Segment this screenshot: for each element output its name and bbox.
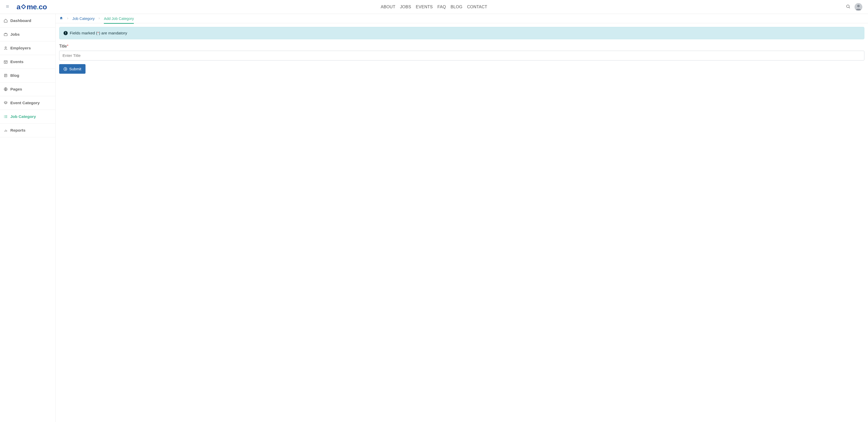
- top-nav: ABOUT JOBS EVENTS FAQ BLOG CONTACT: [381, 5, 487, 9]
- logo-tld: co: [39, 3, 47, 11]
- sidebar-item-pages[interactable]: Pages: [0, 83, 55, 96]
- svg-rect-3: [22, 5, 26, 9]
- home-icon: [4, 19, 8, 23]
- main-content: Job Category Add Job Category ! Fields m…: [56, 14, 868, 422]
- search-icon[interactable]: [846, 4, 850, 10]
- logo-text-suffix: me: [27, 3, 37, 11]
- sidebar-item-dashboard[interactable]: Dashboard: [0, 14, 55, 28]
- svg-point-7: [857, 5, 860, 7]
- diamond-icon: [21, 4, 26, 9]
- breadcrumb: Job Category Add Job Category: [56, 14, 868, 23]
- sidebar: Dashboard Jobs Employers Events Blog: [0, 14, 56, 422]
- top-nav-blog[interactable]: BLOG: [451, 5, 462, 9]
- layers-icon: [4, 101, 8, 105]
- globe-icon: [4, 87, 8, 91]
- svg-line-5: [849, 7, 850, 8]
- hamburger-menu-icon[interactable]: [6, 4, 9, 9]
- sidebar-item-label: Reports: [10, 128, 26, 133]
- sidebar-item-reports[interactable]: Reports: [0, 123, 55, 137]
- chevron-right-icon: [66, 17, 69, 21]
- sidebar-item-label: Event Category: [10, 101, 40, 105]
- svg-marker-18: [4, 101, 7, 103]
- bar-chart-icon: [4, 128, 8, 132]
- list-icon: [4, 115, 8, 119]
- sidebar-item-blog[interactable]: Blog: [0, 69, 55, 83]
- sidebar-item-event-category[interactable]: Event Category: [0, 96, 55, 110]
- sidebar-item-label: Events: [10, 59, 24, 64]
- user-icon: [4, 46, 8, 50]
- title-input[interactable]: [59, 51, 864, 60]
- info-icon: !: [64, 31, 68, 35]
- logo-dot: .: [37, 3, 39, 11]
- calendar-check-icon: [4, 60, 8, 64]
- sidebar-item-label: Employers: [10, 46, 31, 50]
- breadcrumb-current: Add Job Category: [104, 17, 134, 24]
- sidebar-item-events[interactable]: Events: [0, 55, 55, 69]
- svg-point-9: [5, 47, 6, 48]
- sidebar-item-label: Job Category: [10, 114, 36, 119]
- top-right-actions: [846, 3, 862, 11]
- svg-point-24: [4, 118, 4, 118]
- top-nav-jobs[interactable]: JOBS: [400, 5, 411, 9]
- svg-point-4: [846, 5, 849, 8]
- content-body: ! Fields marked (*) are mandatory Title*…: [56, 23, 868, 77]
- briefcase-icon: [4, 32, 8, 36]
- submit-label: Submit: [69, 67, 82, 71]
- top-nav-faq[interactable]: FAQ: [437, 5, 446, 9]
- sidebar-item-job-category[interactable]: Job Category: [0, 110, 55, 123]
- top-nav-contact[interactable]: CONTACT: [467, 5, 487, 9]
- breadcrumb-home-icon[interactable]: [59, 16, 63, 21]
- sidebar-item-label: Jobs: [10, 32, 20, 37]
- book-icon: [4, 74, 8, 78]
- top-header: a me . co ABOUT JOBS EVENTS FAQ BLOG CON…: [0, 0, 868, 14]
- user-avatar[interactable]: [855, 3, 862, 11]
- sidebar-item-jobs[interactable]: Jobs: [0, 28, 55, 41]
- logo-text-prefix: a: [17, 3, 21, 11]
- breadcrumb-link-job-category[interactable]: Job Category: [72, 17, 95, 21]
- top-nav-events[interactable]: EVENTS: [416, 5, 433, 9]
- chevron-right-icon: [98, 17, 101, 21]
- arrow-right-circle-icon: [63, 67, 67, 71]
- sidebar-item-employers[interactable]: Employers: [0, 41, 55, 55]
- svg-rect-8: [4, 34, 7, 36]
- brand-logo[interactable]: a me . co: [17, 3, 47, 11]
- top-nav-about[interactable]: ABOUT: [381, 5, 396, 9]
- sidebar-item-label: Pages: [10, 87, 22, 91]
- sidebar-item-label: Dashboard: [10, 18, 31, 23]
- svg-rect-10: [4, 60, 7, 63]
- alert-text: Fields marked (*) are mandatory: [70, 31, 127, 35]
- submit-button[interactable]: Submit: [59, 64, 86, 74]
- sidebar-item-label: Blog: [10, 73, 19, 78]
- mandatory-alert: ! Fields marked (*) are mandatory: [59, 27, 864, 39]
- title-label: Title*: [59, 44, 864, 49]
